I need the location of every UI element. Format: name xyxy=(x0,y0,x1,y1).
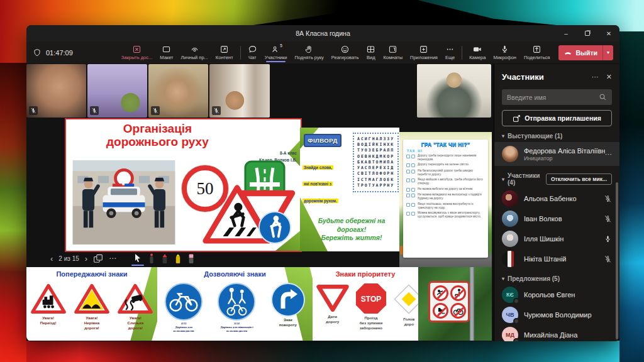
send-invite-button[interactable]: Отправка приглашения xyxy=(502,110,612,126)
participants-count-badge: 5 xyxy=(280,43,282,48)
toolbar-button-close-access[interactable]: Закрыть дос... xyxy=(118,44,157,61)
slide-navigation-bar: ‹ 2 из 15 › ⋯ xyxy=(50,250,195,266)
wallpaper-left xyxy=(0,63,26,362)
suggestion-row[interactable]: МД Михайліна Діана xyxy=(494,325,619,341)
game-item: Не можна виїжджати на велосипеді з подві… xyxy=(406,193,485,200)
toolbar-button-camera[interactable]: Камера xyxy=(465,44,489,61)
toolbar-button-share[interactable]: Поделиться xyxy=(520,44,553,61)
no-checkbox xyxy=(411,188,415,192)
participant-row[interactable]: Нікіта Штаній xyxy=(494,249,619,269)
avatar-initials: МД xyxy=(502,327,518,341)
leave-options-chevron-icon[interactable]: ▾ xyxy=(603,50,613,55)
participant-row[interactable]: Іван Волков xyxy=(494,209,619,229)
previous-slide-button[interactable]: ‹ xyxy=(50,254,53,263)
suggestions-section-header[interactable]: ▾ Предложения (5) xyxy=(494,269,619,285)
shield-icon xyxy=(33,48,42,57)
speakers-section-header[interactable]: ▾ Выступающие (1) xyxy=(494,126,619,142)
participant-row[interactable]: Ілля Шишкін xyxy=(494,229,619,249)
chevron-down-icon: ▾ xyxy=(502,177,504,182)
laser-pointer-tool-button[interactable] xyxy=(148,253,155,264)
meeting-toolbar: 01:47:09 Закрыть дос... Макет Личный пр.… xyxy=(26,41,619,64)
game-item: Не можна вибігати на дорогу за м'ячем. xyxy=(406,187,485,192)
pointer-tool-button[interactable] xyxy=(133,253,142,263)
minimize-button[interactable]: – xyxy=(555,25,577,41)
participant-name: Альона Бабенко xyxy=(524,195,603,202)
no-checkbox xyxy=(411,155,415,158)
eraser-tool-button[interactable] xyxy=(187,253,195,264)
toolbar-button-content[interactable]: Контент xyxy=(212,44,237,61)
slide-more-options-button[interactable]: ⋯ xyxy=(109,254,117,263)
toolbar-button-private-view[interactable]: Личный пр... xyxy=(177,44,212,61)
selected-tool-indicator xyxy=(131,265,144,266)
game-columns: ТАКНІ xyxy=(407,149,485,153)
mic-muted-icon xyxy=(604,195,612,203)
mic-on xyxy=(603,235,612,243)
mute-all-button[interactable]: Отключить все мик... xyxy=(546,173,612,185)
row-more-options-icon[interactable]: ⋯ xyxy=(605,150,612,158)
search-input[interactable] xyxy=(507,94,599,101)
participant-name: Корольов Євген xyxy=(524,291,612,299)
close-button[interactable]: ✕ xyxy=(598,25,619,41)
invite-label: Отправка приглашения xyxy=(525,114,601,122)
participant-search[interactable] xyxy=(502,89,612,105)
game-item: На багатосмуговій дорозі треба швидко пе… xyxy=(406,169,485,177)
avatar xyxy=(502,211,518,227)
toolbar-button-layout[interactable]: Макет xyxy=(156,44,177,61)
participant-role: Инициатор xyxy=(524,155,605,162)
toolbar-button-microphone[interactable]: Микрофон xyxy=(489,44,520,61)
title-bar[interactable]: 8А Класна година – ✕ xyxy=(26,25,619,41)
video-tile-student-4[interactable] xyxy=(209,64,270,118)
participant-row[interactable]: Альона Бабенко xyxy=(494,189,619,209)
search-icon xyxy=(599,93,607,101)
toolbar-button-raise-hand[interactable]: Поднять руку xyxy=(291,44,327,61)
video-tile-student-2[interactable] xyxy=(87,64,147,118)
toolbar-button-view[interactable]: Вид xyxy=(362,44,379,61)
toolbar-button-rooms[interactable]: Комнаты xyxy=(379,44,406,61)
suggestion-row[interactable]: ЧВ Чурюмов Володимир xyxy=(494,305,619,325)
private-view-icon xyxy=(190,45,199,54)
no-checkbox xyxy=(411,212,415,216)
attendees-section-header[interactable]: ▾ Участники (4) Отключить все мик... xyxy=(494,166,619,189)
highlighter-tool-button[interactable] xyxy=(174,253,182,264)
panel-close-icon[interactable]: ✕ xyxy=(606,73,612,81)
slide-grid-button[interactable] xyxy=(93,254,103,263)
active-tab-indicator xyxy=(266,61,286,62)
toolbar-button-chat[interactable]: Чат xyxy=(244,44,261,61)
toolbar-button-apps[interactable]: Приложения xyxy=(406,44,441,61)
restore-icon xyxy=(585,31,590,36)
maximize-button[interactable] xyxy=(577,25,598,41)
video-tile-student-3[interactable] xyxy=(148,64,208,118)
panel-more-options-icon[interactable]: ⋯ xyxy=(592,73,599,81)
mic-muted-icon xyxy=(604,255,612,263)
video-tile-student-1[interactable] xyxy=(26,64,86,118)
warning-sign-railway: Увага! Переїзд! xyxy=(30,282,67,341)
avatar xyxy=(502,146,518,162)
toolbar-button-more[interactable]: Еще xyxy=(441,44,458,61)
yes-no-game-panel: ГРА "ТАК ЧИ НІ?" ТАКНІ Дорогу треба пере… xyxy=(399,132,492,267)
participants-panel: Участники ⋯ ✕ Отправка приглашения ▾ xyxy=(494,64,619,341)
suggestion-row[interactable]: КЄ Корольов Євген xyxy=(494,285,619,305)
panel-scrollbar[interactable] xyxy=(616,182,618,339)
game-item: Дорогу треба переходити лише наземним пе… xyxy=(406,154,485,162)
game-item: Якщо вийшов з автобуса, треба обходити й… xyxy=(406,178,485,185)
game-item: Якщо поспішаєш, можна вистрибнути із тра… xyxy=(406,202,485,210)
avatar-initials: ЧВ xyxy=(502,307,518,323)
presenter-row[interactable]: Федорова Аліса Віталіївна Инициатор ⋯ xyxy=(494,142,619,166)
mic-muted-icon xyxy=(29,106,38,115)
video-tile-teacher[interactable] xyxy=(417,64,491,118)
hangup-icon xyxy=(564,48,572,57)
no-checkbox xyxy=(411,178,415,182)
no-scooter-sign xyxy=(450,285,466,301)
main-road-sign: Голов доро xyxy=(392,282,418,341)
pen-tool-button[interactable] xyxy=(161,253,169,264)
window-title: 8А Класна година xyxy=(26,30,619,37)
next-slide-button[interactable]: › xyxy=(85,254,87,263)
toolbar-button-react[interactable]: Реагировать xyxy=(328,44,363,61)
panel-title: Дозволяючі знаки xyxy=(157,270,313,278)
toolbar-button-participants[interactable]: 5 Участники xyxy=(261,44,291,61)
warning-signs-panel: Попереджаючі знаки Увага! Переїзд! Увага… xyxy=(26,267,157,341)
bicycle-path-sign: 4.12 Доріжка для велосипедистів xyxy=(164,282,203,341)
word-search-grid: АСИГНАЛЗЗУВОДІЙКІНХК ТУОЗЕБРАЛПОЕВНКДМКО… xyxy=(353,133,399,192)
toolbar-divider xyxy=(462,46,462,60)
leave-button[interactable]: Выйти ▾ xyxy=(558,45,613,60)
